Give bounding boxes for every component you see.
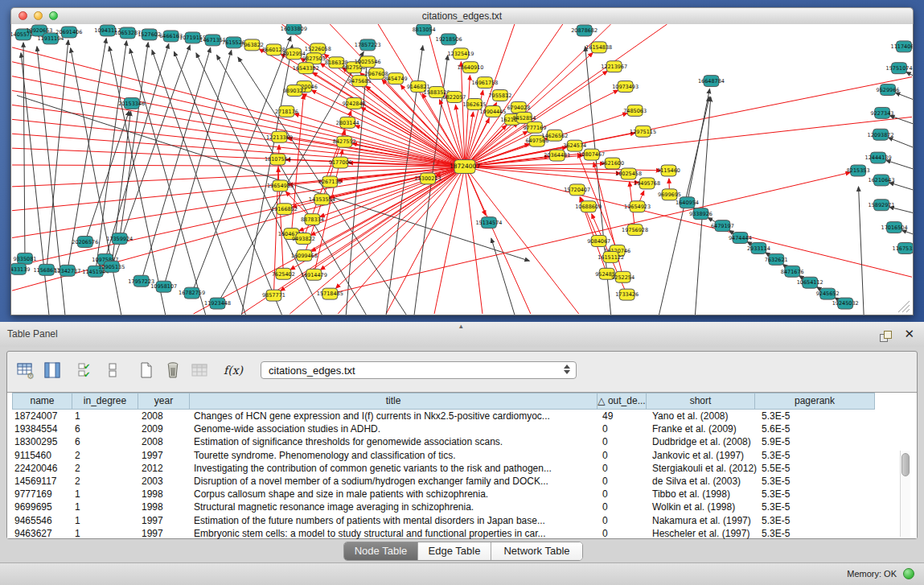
table-cell[interactable]: 1: [72, 410, 139, 422]
table-cell[interactable]: 0: [600, 436, 650, 447]
resize-grip-icon[interactable]: [902, 305, 910, 312]
citation-edge[interactable]: [320, 167, 465, 270]
graph-node[interactable]: 16648784: [698, 76, 725, 87]
table-cell[interactable]: Stergiakouli et al. (2012): [650, 463, 759, 474]
function-builder-icon[interactable]: f(x): [223, 360, 244, 381]
table-cell[interactable]: Structural magnetic resonance image aver…: [191, 501, 600, 513]
table-cell[interactable]: 0: [600, 528, 650, 539]
graph-node[interactable]: 12213967: [601, 61, 627, 72]
graph-node[interactable]: 19245032: [832, 298, 859, 309]
table-row[interactable]: 1938455462009Genome-wide association stu…: [12, 422, 917, 435]
table-cell[interactable]: 18300295: [12, 436, 72, 447]
table-row[interactable]: 1830029562008Estimation of significance …: [12, 435, 917, 448]
table-cell[interactable]: 1997: [139, 528, 191, 539]
network-graph[interactable]: 1405572418920653119311942069140610943117…: [11, 24, 913, 315]
tab-network-table[interactable]: Network Table: [491, 542, 582, 560]
graph-node[interactable]: 10654112: [797, 277, 823, 288]
citation-edge[interactable]: [120, 43, 149, 239]
graph-node[interactable]: 9115460: [657, 165, 680, 176]
table-cell[interactable]: Genome-wide association studies in ADHD.: [191, 423, 600, 435]
table-cell[interactable]: 22420046: [12, 463, 72, 474]
table-cell[interactable]: Tibbo et al. (1998): [650, 488, 759, 500]
citation-edge[interactable]: [12, 91, 465, 167]
header-cell-short[interactable]: short: [646, 393, 755, 410]
table-cell[interactable]: 5.3E-5: [759, 476, 880, 487]
citation-edge[interactable]: [888, 138, 913, 151]
table-cell[interactable]: Corpus callosum shape and size in male p…: [191, 488, 600, 500]
table-cell[interactable]: 2012: [139, 463, 191, 474]
table-row[interactable]: 969969511998Structural magnetic resonanc…: [12, 501, 917, 513]
citation-edge[interactable]: [465, 167, 483, 314]
header-cell-name[interactable]: name: [12, 393, 72, 410]
table-cell[interactable]: 5.3E-5: [759, 488, 880, 500]
header-cell-pagerank[interactable]: pagerank: [754, 393, 875, 410]
table-row[interactable]: 946554611997Estimation of the future num…: [12, 514, 917, 527]
header-cell-out_de[interactable]: △ out_de...: [597, 393, 647, 410]
graph-node[interactable]: 20364481: [544, 150, 570, 161]
table-cell[interactable]: 5.3E-5: [759, 501, 880, 513]
table-cell[interactable]: 19384554: [12, 423, 72, 435]
table-cell[interactable]: 0: [600, 463, 650, 474]
vertical-scrollbar[interactable]: [900, 451, 910, 537]
minimize-window-icon[interactable]: [34, 11, 43, 20]
table-cell[interactable]: Yano et al. (2008): [650, 410, 759, 422]
network-canvas[interactable]: 1405572418920653119311942069140610943117…: [10, 24, 914, 315]
splitter-handle-icon[interactable]: ▴: [459, 322, 463, 330]
delete-table-icon[interactable]: [189, 360, 210, 381]
table-selector-dropdown[interactable]: citations_edges.txt: [261, 361, 577, 379]
window-titlebar[interactable]: citations_edges.txt: [10, 7, 914, 25]
table-cell[interactable]: 1997: [139, 450, 191, 461]
graph-node[interactable]: 15720407: [564, 184, 590, 196]
citation-edge[interactable]: [174, 51, 281, 315]
table-cell[interactable]: 0: [600, 515, 650, 526]
citation-edge[interactable]: [461, 62, 465, 167]
graph-node[interactable]: 19756928: [622, 225, 648, 236]
graph-node[interactable]: 20206576: [72, 237, 98, 248]
table-cell[interactable]: 5.3E-5: [759, 450, 880, 461]
graph-node[interactable]: 9084067: [587, 236, 610, 247]
show-columns-icon[interactable]: [42, 360, 63, 381]
graph-node[interactable]: 8215353: [847, 165, 870, 176]
citation-edge[interactable]: [12, 167, 465, 266]
table-cell[interactable]: 18724007: [12, 410, 72, 422]
header-cell-year[interactable]: year: [138, 393, 190, 410]
graph-node[interactable]: 16154838: [585, 42, 612, 53]
citation-edge[interactable]: [12, 119, 465, 167]
header-cell-title[interactable]: title: [189, 393, 598, 410]
close-panel-icon[interactable]: ✕: [904, 328, 914, 340]
table-cell[interactable]: de Silva et al. (2003): [650, 476, 759, 487]
table-cell[interactable]: 6: [72, 423, 139, 435]
table-cell[interactable]: 2008: [139, 410, 191, 422]
graph-node[interactable]: 16210643: [869, 175, 895, 186]
table-cell[interactable]: 1: [72, 515, 139, 526]
graph-node[interactable]: 12975115: [630, 126, 656, 137]
citation-edge[interactable]: [12, 165, 465, 167]
graph-node[interactable]: 7632621: [765, 253, 788, 265]
graph-node[interactable]: 8471676: [781, 266, 804, 277]
graph-node[interactable]: 9245652: [816, 288, 840, 299]
table-cell[interactable]: 6: [72, 436, 139, 447]
table-cell[interactable]: 9699695: [12, 501, 72, 513]
citation-edge[interactable]: [23, 43, 25, 259]
graph-node[interactable]: 17016504: [881, 222, 908, 233]
graph-node[interactable]: 9529966: [877, 84, 900, 96]
table-cell[interactable]: 5.5E-5: [759, 463, 880, 474]
graph-node[interactable]: 16033809: [281, 24, 307, 35]
table-cell[interactable]: Estimation of significance thresholds fo…: [191, 436, 600, 447]
graph-node[interactable]: 19495768: [634, 178, 660, 189]
table-cell[interactable]: 0: [600, 501, 650, 513]
citation-edge[interactable]: [12, 167, 465, 238]
table-cell[interactable]: Estimation of the future numbers of pati…: [191, 515, 600, 526]
table-cell[interactable]: Nakamura et al. (1997): [650, 515, 759, 526]
table-cell[interactable]: 2: [72, 450, 139, 461]
table-cell[interactable]: Changes of HCN gene expression and I(f) …: [191, 410, 600, 422]
graph-node[interactable]: 15751074: [886, 63, 913, 74]
graph-node[interactable]: 11174061: [891, 41, 913, 52]
graph-node[interactable]: 9699695: [658, 189, 681, 200]
select-all-icon[interactable]: ✔✔: [76, 360, 97, 381]
tab-node-table[interactable]: Node Table: [344, 542, 418, 560]
header-cell-in_degree[interactable]: in_degree: [72, 393, 138, 410]
graph-node[interactable]: 15134574: [475, 217, 502, 229]
graph-node[interactable]: 9335081: [14, 253, 37, 264]
table-cell[interactable]: Tourette syndrome. Phenomenology and cla…: [191, 450, 600, 461]
